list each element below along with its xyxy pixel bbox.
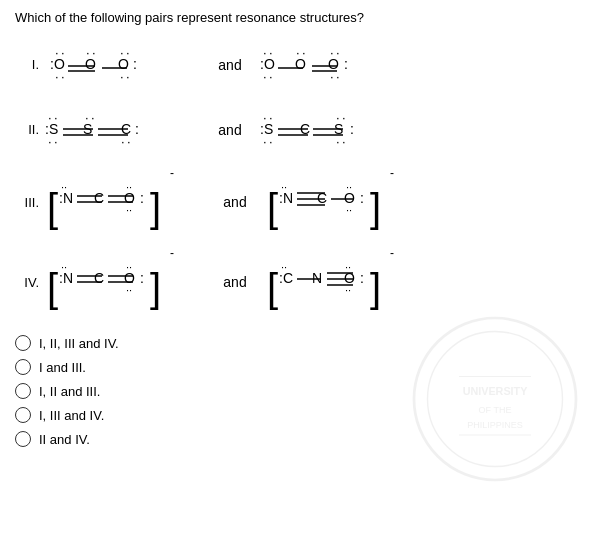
structure-iv-left: [ ·· :N C ·· O ·· : ] -: [45, 247, 205, 317]
svg-text:C: C: [317, 190, 327, 206]
option-2[interactable]: I and III.: [15, 359, 580, 375]
svg-text:·: ·: [263, 134, 267, 149]
row-iv-and: and: [205, 274, 265, 290]
svg-text:]: ]: [370, 266, 381, 310]
svg-text::: :: [360, 190, 364, 206]
svg-text:·: ·: [269, 134, 273, 149]
svg-text:O: O: [295, 56, 306, 72]
row-iii-and: and: [205, 194, 265, 210]
option-2-text: I and III.: [39, 360, 86, 375]
row-iii-struct2: [ ·· :N C ·· O ·· : ] -: [265, 167, 425, 237]
radio-2[interactable]: [15, 359, 31, 375]
svg-text:C: C: [300, 121, 310, 137]
svg-text::: :: [140, 270, 144, 286]
row-ii-struct1: · · :S · · · · S C · · :: [45, 102, 200, 157]
row-ii-and: and: [200, 122, 260, 138]
svg-text:O: O: [85, 56, 96, 72]
row-iv-label: IV.: [15, 275, 45, 290]
svg-text:-: -: [170, 247, 174, 260]
row-i: I. · · :O · · · · O · ·: [15, 37, 580, 92]
structure-i-right: · · :O · · · · O · · O · · :: [260, 37, 415, 92]
svg-text:[: [: [267, 186, 278, 230]
svg-text:C: C: [94, 190, 104, 206]
svg-text:··: ··: [345, 284, 351, 296]
svg-text:·: ·: [120, 69, 124, 84]
option-1-text: I, II, III and IV.: [39, 336, 119, 351]
row-i-and: and: [200, 57, 260, 73]
row-ii-struct2: · · :S · · C · · S · · :: [260, 102, 415, 157]
radio-4[interactable]: [15, 407, 31, 423]
row-iii-struct1: [ ·· :N C ·· O ·· : ] -: [45, 167, 205, 237]
option-1[interactable]: I, II, III and IV.: [15, 335, 580, 351]
question-text: Which of the following pairs represent r…: [15, 10, 580, 25]
svg-text:]: ]: [150, 186, 161, 230]
svg-text:··: ··: [346, 204, 352, 216]
svg-text::N: :N: [59, 190, 73, 206]
row-ii-label: II.: [15, 122, 45, 137]
svg-text:C: C: [94, 270, 104, 286]
row-i-struct1: · · :O · · · · O · · O · · :: [45, 37, 200, 92]
svg-text:[: [: [47, 186, 58, 230]
svg-text:-: -: [390, 167, 394, 180]
svg-text:[: [: [47, 266, 58, 310]
svg-text:·: ·: [54, 134, 58, 149]
svg-text:··: ··: [126, 284, 132, 296]
svg-text::: :: [133, 56, 137, 72]
row-iii-label: III.: [15, 195, 45, 210]
svg-text:·: ·: [342, 134, 346, 149]
row-iv-struct1: [ ·· :N C ·· O ·· : ] -: [45, 247, 205, 317]
svg-text:·: ·: [336, 69, 340, 84]
row-i-struct2: · · :O · · · · O · · O · · :: [260, 37, 415, 92]
option-5-text: II and IV.: [39, 432, 90, 447]
svg-text:·: ·: [48, 134, 52, 149]
svg-text::C: :C: [279, 270, 293, 286]
structure-iii-right: [ ·· :N C ·· O ·· : ] -: [265, 167, 425, 237]
structure-ii-left: · · :S · · · · S C · · :: [45, 102, 200, 157]
row-i-label: I.: [15, 57, 45, 72]
svg-text:··: ··: [126, 204, 132, 216]
option-3-text: I, II and III.: [39, 384, 100, 399]
svg-text::: :: [140, 190, 144, 206]
radio-1[interactable]: [15, 335, 31, 351]
svg-text:·: ·: [330, 69, 334, 84]
svg-text::N: :N: [279, 190, 293, 206]
svg-text:N: N: [312, 270, 322, 286]
option-4-text: I, III and IV.: [39, 408, 104, 423]
svg-text:·: ·: [121, 134, 125, 149]
svg-text:·: ·: [336, 134, 340, 149]
options-container: I, II, III and IV. I and III. I, II and …: [15, 335, 580, 447]
structure-iii-left: [ ·· :N C ·· O ·· : ] -: [45, 167, 205, 237]
svg-text:·: ·: [127, 134, 131, 149]
row-iv-struct2: [ ·· :C N ·· O ·· : ] -: [265, 247, 425, 317]
svg-text::: :: [350, 121, 354, 137]
option-5[interactable]: II and IV.: [15, 431, 580, 447]
row-iv: IV. [ ·· :N C ·· O ·· :: [15, 247, 580, 317]
radio-3[interactable]: [15, 383, 31, 399]
svg-text::: :: [135, 121, 139, 137]
svg-text:·: ·: [126, 69, 130, 84]
svg-text::: :: [344, 56, 348, 72]
svg-text:·: ·: [269, 69, 273, 84]
structure-iv-right: [ ·· :C N ·· O ·· : ] -: [265, 247, 425, 317]
svg-text:[: [: [267, 266, 278, 310]
structure-i-left: · · :O · · · · O · · O · · :: [45, 37, 200, 92]
svg-text:S: S: [83, 121, 92, 137]
svg-text:-: -: [390, 247, 394, 260]
svg-text:]: ]: [370, 186, 381, 230]
row-iii: III. [ ·· :N C ·· O ·· :: [15, 167, 580, 237]
svg-text:·: ·: [263, 69, 267, 84]
radio-5[interactable]: [15, 431, 31, 447]
option-4[interactable]: I, III and IV.: [15, 407, 580, 423]
svg-text:·: ·: [55, 69, 59, 84]
row-ii: II. · · :S · · · · S C ·: [15, 102, 580, 157]
svg-text::N: :N: [59, 270, 73, 286]
svg-text::: :: [360, 270, 364, 286]
svg-text:·: ·: [61, 69, 65, 84]
svg-text:-: -: [170, 167, 174, 180]
option-3[interactable]: I, II and III.: [15, 383, 580, 399]
svg-text:]: ]: [150, 266, 161, 310]
structure-ii-right: · · :S · · C · · S · · :: [260, 102, 415, 157]
